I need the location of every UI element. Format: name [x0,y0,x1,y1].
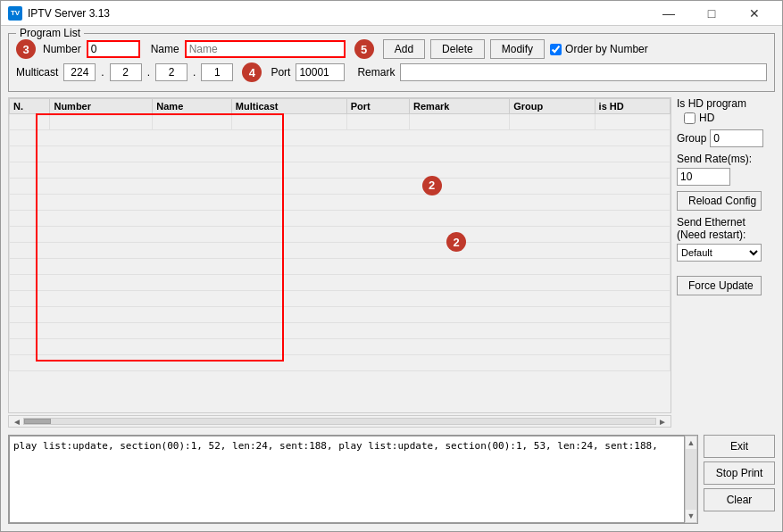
main-content: Program List 3 Number Name 5 Add Delete … [1,26,782,531]
minimize-button[interactable]: — [648,1,689,26]
add-button[interactable]: Add [383,39,425,59]
send-ethernet-note: (Need restart): [677,229,775,241]
port-label: Port [271,66,290,79]
table-row[interactable] [10,355,671,371]
reload-config-button[interactable]: Reload Config [677,191,762,211]
table-row[interactable] [10,195,671,211]
table-row[interactable] [10,211,671,227]
exit-button[interactable]: Exit [704,435,775,458]
multicast-4-input[interactable] [201,63,233,81]
multicast-1-input[interactable] [63,63,96,81]
scroll-left-arrow[interactable]: ◄ [11,417,23,427]
program-list-label: Program List [16,27,84,39]
table-row[interactable] [10,259,671,275]
col-group: Group [510,99,595,114]
port-input[interactable] [296,63,345,81]
group-label: Group [677,132,706,145]
send-rate-input[interactable] [677,168,730,186]
col-remark: Remark [410,99,510,114]
circle-4-icon: 4 [242,62,262,82]
log-area: play list:update, section(00):1, 52, len… [8,435,775,524]
stop-print-button[interactable]: Stop Print [704,461,775,485]
multicast-3-input[interactable] [155,63,187,81]
app-icon: TV [8,6,22,21]
clear-button[interactable]: Clear [704,488,775,511]
table-row[interactable] [10,275,671,291]
form-row-1: 3 Number Name 5 Add Delete Modify Order … [16,39,767,59]
order-by-number-label[interactable]: Order by Number [550,43,648,55]
main-window: TV IPTV Server 3.13 — □ ✕ Program List 3… [0,0,783,532]
multicast-2-input[interactable] [110,63,142,81]
col-name: Name [153,99,232,114]
log-scroll-down-arrow[interactable]: ▼ [686,510,697,522]
circle-3-icon: 3 [16,39,36,59]
hd-checkbox[interactable] [684,112,696,124]
scrollbar-thumb [24,419,51,424]
form-row-2: Multicast . . . 4 Port Remark [16,62,767,82]
group-section: Group [677,129,775,147]
send-rate-label: Send Rate(ms): [677,153,775,165]
table-row[interactable] [10,243,671,259]
remark-label: Remark [357,66,395,79]
col-n: N. [10,99,50,114]
log-scroll-track [686,449,696,510]
table-row[interactable] [10,323,671,339]
table-row[interactable] [10,130,671,146]
hd-checkbox-label: HD [699,112,714,124]
remark-input[interactable] [400,63,767,81]
log-container: play list:update, section(00):1, 52, len… [8,435,698,524]
hd-checkbox-row: HD [684,112,775,124]
col-port: Port [346,99,409,114]
modify-button[interactable]: Modify [490,39,545,59]
number-input[interactable] [87,40,140,58]
table-row[interactable] [10,307,671,323]
log-buttons-panel: Exit Stop Print Clear [704,435,775,524]
log-scrollbar[interactable]: ▲ ▼ [685,436,697,523]
window-title: IPTV Server 3.13 [28,7,110,20]
circle-5-icon: 5 [354,39,374,59]
name-input[interactable] [185,40,346,58]
send-ethernet-section: Send Ethernet (Need restart): Default [677,216,775,262]
table-area: N. Number Name Multicast Port Remark Gro… [8,97,775,429]
circle-2-icon: 2 [422,176,442,195]
table-row[interactable] [10,162,671,179]
multicast-label: Multicast [16,66,58,79]
scrollbar-track [23,418,656,425]
table-row[interactable] [10,339,671,355]
right-panel: Is HD program HD Group Send Rate(ms): Re… [677,97,775,429]
send-rate-section: Send Rate(ms): [677,153,775,186]
table-row[interactable] [10,146,671,162]
send-ethernet-label: Send Ethernet [677,216,775,229]
table-row[interactable] [10,227,671,243]
name-label: Name [151,43,179,55]
main-table[interactable]: N. Number Name Multicast Port Remark Gro… [8,97,671,413]
table-row[interactable] [10,291,671,307]
program-list-group: Program List 3 Number Name 5 Add Delete … [8,33,775,92]
log-scroll-up-arrow[interactable]: ▲ [686,436,697,449]
is-hd-section: Is HD program HD [677,97,775,124]
col-ishd: is HD [595,99,670,114]
table-row[interactable] [10,179,671,195]
delete-button[interactable]: Delete [430,39,485,59]
close-button[interactable]: ✕ [734,1,775,26]
title-bar-left: TV IPTV Server 3.13 [8,6,110,21]
table-row[interactable]: 2 [10,114,671,130]
scroll-right-arrow[interactable]: ► [656,417,669,427]
order-by-number-checkbox[interactable] [550,44,562,55]
col-multicast: Multicast [231,99,346,114]
program-table: N. Number Name Multicast Port Remark Gro… [9,98,671,371]
table-header-row: N. Number Name Multicast Port Remark Gro… [10,99,671,114]
ethernet-select[interactable]: Default [677,244,762,262]
number-label: Number [43,43,81,55]
force-update-button[interactable]: Force Update [677,276,762,295]
title-bar: TV IPTV Server 3.13 — □ ✕ [1,1,782,26]
horizontal-scrollbar[interactable]: ◄ ► [8,415,671,428]
log-text-area: play list:update, section(00):1, 52, len… [9,436,685,523]
title-buttons: — □ ✕ [648,1,775,26]
maximize-button[interactable]: □ [691,1,732,26]
group-input[interactable] [710,129,763,147]
is-hd-title: Is HD program [677,97,775,110]
col-number: Number [50,99,153,114]
